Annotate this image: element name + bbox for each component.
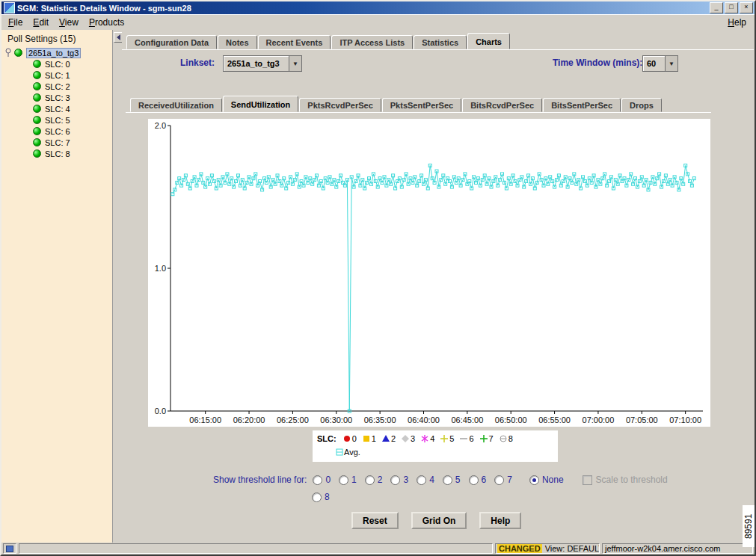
chart-tab-drops[interactable]: Drops [621, 98, 662, 112]
menu-products[interactable]: Products [84, 16, 129, 29]
close-icon[interactable]: × [740, 2, 753, 13]
threshold-radio-3[interactable]: 3 [390, 475, 408, 485]
menu-items: FileEditViewProducts [3, 16, 129, 29]
menu-file[interactable]: File [3, 16, 28, 29]
changed-badge: CHANGED [497, 544, 542, 553]
tab-charts[interactable]: Charts [467, 33, 510, 49]
chevron-down-icon[interactable]: ▼ [289, 56, 301, 71]
chevron-left-icon [117, 34, 120, 40]
threshold-radio-1[interactable]: 1 [339, 475, 357, 485]
tree-node-slc-5[interactable]: SLC: 5 [1, 114, 112, 126]
threshold-controls-row2: 8 [312, 491, 338, 503]
threshold-radio-2[interactable]: 2 [365, 475, 383, 485]
threshold-radio-group-2: 8 [312, 492, 338, 502]
tree-node-slc-2[interactable]: SLC: 2 [1, 81, 112, 92]
green-status-icon [33, 116, 41, 124]
monitor-icon [6, 546, 13, 552]
threshold-radio-5[interactable]: 5 [443, 475, 461, 485]
tree-node-root[interactable]: 2651a_to_tg3 [1, 47, 112, 58]
title-bar[interactable]: SGM: Statistics Details Window - sgm-sun… [1, 1, 755, 14]
legend-item-label: 3 [411, 434, 415, 443]
time-window-select[interactable]: 60 ▼ [642, 55, 678, 72]
reset-button[interactable]: Reset [351, 512, 399, 529]
threshold-radio-none[interactable]: None [529, 475, 564, 485]
green-status-icon [33, 82, 41, 90]
time-window-value: 60 [643, 59, 665, 68]
linkset-select[interactable]: 2651a_to_tg3 ▼ [223, 55, 302, 72]
legend-item-label: 4 [430, 434, 434, 443]
tree-node-slc-7[interactable]: SLC: 7 [1, 137, 112, 148]
legend-item-slc-4: 4 [420, 434, 434, 443]
chevron-down-icon[interactable]: ▼ [665, 56, 677, 71]
chart-tab-bitsrcvdpersec[interactable]: BitsRcvdPerSec [462, 98, 542, 112]
tree-expand-icon[interactable] [4, 48, 13, 58]
tab-configuration-data[interactable]: Configuration Data [126, 35, 217, 49]
diamond-marker-icon [401, 434, 410, 443]
legend-item-slc-0: 0 [342, 434, 357, 443]
tree-node-slc-0[interactable]: SLC: 0 [1, 58, 112, 70]
legend-items: 012345678 [342, 434, 518, 443]
circle-marker-icon [342, 434, 351, 443]
tab-statistics[interactable]: Statistics [414, 35, 467, 49]
tree-node-slc-6[interactable]: SLC: 6 [1, 126, 112, 137]
tree-node-slc-8[interactable]: SLC: 8 [1, 148, 112, 159]
menu-help[interactable]: Help [721, 16, 753, 29]
tree-node-slc-1[interactable]: SLC: 1 [1, 70, 112, 81]
tree-node-slc-4[interactable]: SLC: 4 [1, 103, 112, 114]
status-message-area [19, 543, 493, 554]
chart-tab-receivedutilization[interactable]: ReceivedUtilization [130, 98, 222, 112]
tab-recent-events[interactable]: Recent Events [258, 35, 331, 49]
tree-node-label: SLC: 5 [45, 116, 70, 125]
tree-children: SLC: 0SLC: 1SLC: 2SLC: 3SLC: 4SLC: 5SLC:… [1, 58, 112, 159]
window-title: SGM: Statistics Details Window - sgm-sun… [17, 4, 708, 13]
threshold-radio-6[interactable]: 6 [469, 475, 487, 485]
chart-tab-pktsrcvdpersec[interactable]: PktsRcvdPerSec [299, 98, 381, 112]
split-divider[interactable] [113, 30, 122, 543]
plus-marker-icon [440, 434, 449, 443]
inner-tab-border [126, 112, 711, 113]
grid-on-button[interactable]: Grid On [411, 512, 467, 529]
minimize-icon[interactable]: _ [710, 2, 723, 13]
menu-view[interactable]: View [54, 16, 84, 29]
legend-avg-row: Avg. [317, 445, 553, 459]
threshold-radio-0[interactable]: 0 [313, 475, 331, 485]
legend-item-label: 0 [352, 434, 357, 443]
radio-label: 3 [403, 475, 408, 485]
restore-icon[interactable]: □ [725, 2, 738, 13]
radio-label: 1 [351, 475, 357, 485]
tab-itp-access-lists[interactable]: ITP Access Lists [331, 35, 413, 49]
tree-node-label: SLC: 6 [45, 127, 70, 136]
radio-icon [365, 475, 375, 485]
threshold-radio-7[interactable]: 7 [494, 475, 512, 485]
legend-item-slc-1: 1 [362, 434, 376, 443]
chart-legend: SLC: 012345678 Avg. [313, 430, 558, 462]
threshold-radio-8[interactable]: 8 [312, 492, 330, 502]
green-status-icon [33, 71, 41, 79]
linkset-label: Linkset: [180, 58, 215, 68]
green-status-icon [33, 105, 41, 113]
svg-text:06:40:00: 06:40:00 [408, 416, 440, 424]
status-host-section: jeffmoor-w2k04.amer.cisco.com [602, 543, 753, 554]
green-status-icon [33, 149, 41, 158]
tree-node-label: SLC: 4 [45, 105, 70, 114]
legend-item-label: 1 [372, 434, 376, 443]
svg-text:06:15:00: 06:15:00 [189, 416, 221, 424]
threshold-radio-4[interactable]: 4 [417, 475, 434, 485]
green-status-icon [33, 93, 41, 102]
scale-to-threshold-checkbox[interactable]: Scale to threshold [583, 475, 668, 485]
tab-notes[interactable]: Notes [218, 35, 257, 49]
chart-tab-pktssentpersec[interactable]: PktsSentPerSec [382, 98, 461, 112]
chart-tab-sendutilization[interactable]: SendUtilization [223, 96, 298, 112]
menu-edit[interactable]: Edit [28, 16, 54, 29]
chart-tab-bitssentpersec[interactable]: BitsSentPerSec [543, 98, 621, 112]
view-label: View: DEFAULT [545, 544, 600, 553]
radio-icon [390, 475, 400, 485]
tree-node-slc-3[interactable]: SLC: 3 [1, 92, 112, 103]
radio-label: 5 [455, 475, 461, 485]
svg-text:06:50:00: 06:50:00 [495, 416, 527, 424]
svg-text:06:45:00: 06:45:00 [451, 416, 483, 424]
tree-node-label: SLC: 0 [45, 60, 70, 69]
details-tab-panel: Configuration DataNotesRecent EventsITP … [122, 30, 755, 543]
help-button[interactable]: Help [479, 512, 521, 529]
time-window-label: Time Window (mins): [553, 58, 642, 68]
